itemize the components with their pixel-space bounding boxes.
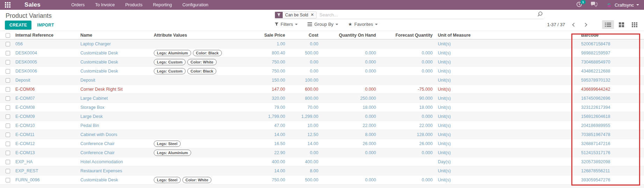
sale-price-cell: 750.00 — [264, 175, 286, 185]
search-input[interactable] — [319, 12, 537, 17]
name-cell: Storage Box — [80, 103, 154, 112]
pager-range: 1-37 / 37 — [547, 22, 565, 27]
barcode-cell: 204186989955 — [572, 121, 644, 130]
list-view-button[interactable] — [602, 20, 614, 29]
quantity-on-hand-cell: 0.000 — [319, 85, 377, 94]
pager-next-button[interactable] — [583, 23, 587, 27]
row-checkbox[interactable] — [6, 160, 10, 164]
menu-item-configuration[interactable]: Configuration — [182, 2, 208, 7]
app-name[interactable]: Sales — [24, 1, 41, 8]
pager-previous-button[interactable] — [572, 23, 576, 27]
column-header-forecast-quantity[interactable]: Forecast Quantity — [377, 31, 433, 39]
menu-item-orders[interactable]: Orders — [71, 2, 85, 7]
table-row[interactable]: E-COM07Large Cabinet320.00800.00250.0009… — [0, 94, 644, 103]
internal-reference-cell: E-COM13 — [15, 148, 80, 157]
quantity-on-hand-cell: 8.000 — [319, 130, 377, 139]
row-checkbox[interactable] — [6, 42, 10, 46]
menu-item-reporting[interactable]: Reporting — [153, 2, 172, 7]
column-header-name[interactable]: Name — [80, 31, 154, 39]
view-switcher — [602, 20, 641, 29]
name-cell: Deposit — [80, 76, 154, 85]
attribute-values-cell — [154, 130, 264, 139]
row-checkbox[interactable] — [6, 78, 10, 83]
favorites-dropdown[interactable]: ★ Favorites — [348, 22, 378, 27]
row-checkbox[interactable] — [6, 142, 10, 146]
row-checkbox[interactable] — [6, 114, 10, 119]
cost-cell: 800.00 — [286, 94, 319, 103]
attribute-values-cell: Legs: Aluminium — [154, 148, 264, 157]
table-row[interactable]: FURN_0096Customizable DeskLegs: SteelCol… — [0, 175, 644, 185]
apps-menu-icon[interactable] — [5, 2, 10, 8]
row-checkbox[interactable] — [6, 87, 10, 92]
select-all-checkbox[interactable] — [6, 33, 10, 38]
table-row[interactable]: DESK0006Customizable DeskLegs: CustomCol… — [0, 67, 644, 76]
column-header-barcode[interactable]: Barcode — [572, 31, 644, 39]
name-cell: Restaurant Expenses — [80, 166, 154, 175]
messages-icon[interactable] — [591, 1, 598, 8]
activities-icon[interactable]: 1 — [576, 1, 582, 9]
table-row[interactable]: 056Laptop Charger1.000.00Unit(s)52006715… — [0, 39, 644, 48]
barcode-cell: 326887147216 — [572, 139, 644, 148]
filters-dropdown[interactable]: Filters — [275, 22, 298, 27]
group-by-dropdown[interactable]: Group By — [307, 22, 338, 27]
cost-cell: 70.00 — [286, 103, 319, 112]
sale-price-cell: 750.00 — [264, 58, 286, 67]
user-menu[interactable]: S Craftsync — [606, 2, 639, 8]
table-row[interactable]: EXP_HAHotel Accommodation400.00400.00Day… — [0, 157, 644, 166]
column-header-internal-reference[interactable]: Internal Reference — [15, 31, 80, 39]
row-checkbox[interactable] — [6, 178, 10, 182]
row-checkbox[interactable] — [6, 151, 10, 155]
forecast-quantity-cell: 0.000 — [377, 67, 433, 76]
attribute-pill: Color: White — [182, 177, 211, 183]
quantity-on-hand-cell: 0.000 — [319, 112, 377, 121]
product-variants-table: Internal Reference Name Attribute Values… — [0, 31, 644, 188]
import-button[interactable]: IMPORT — [37, 23, 54, 28]
table-row[interactable]: DepositDeposit150.00100.00Unit(s)5953789… — [0, 76, 644, 85]
menu-item-to-invoice[interactable]: To Invoice — [95, 2, 115, 7]
cost-cell: 14.00 — [286, 139, 319, 148]
internal-reference-cell: FURN_0096 — [15, 175, 80, 185]
search-icon[interactable] — [537, 11, 543, 18]
row-checkbox[interactable] — [6, 96, 10, 101]
table-row[interactable]: E-COM08Storage Box79.0070.0018.00018.000… — [0, 103, 644, 112]
facet-remove-icon[interactable]: ✕ — [311, 13, 314, 17]
barcode-cell: 703851967478 — [572, 130, 644, 139]
row-checkbox[interactable] — [6, 133, 10, 137]
table-row[interactable]: EXP_RESTRestaurant Expenses14.008.00Unit… — [0, 166, 644, 175]
quantity-on-hand-cell: 0.000 — [319, 58, 377, 67]
sale-price-cell: 320.00 — [264, 94, 286, 103]
forecast-quantity-cell: 0.000 — [377, 148, 433, 157]
column-header-attribute-values[interactable]: Attribute Values — [154, 31, 264, 39]
row-checkbox[interactable] — [6, 169, 10, 173]
table-row[interactable]: E-COM12Conference ChairLegs: Steel16.501… — [0, 139, 644, 148]
table-row[interactable]: E-COM09Large Desk1,799.001,299.000.0000.… — [0, 112, 644, 121]
row-checkbox[interactable] — [6, 60, 10, 65]
column-header-sale-price[interactable]: Sale Price — [264, 31, 286, 39]
column-header-unit-of-measure[interactable]: Unit of Measure — [433, 31, 572, 39]
table-row[interactable]: E-COM06Corner Desk Right Sit147.00600.00… — [0, 85, 644, 94]
grid-view-button[interactable] — [629, 20, 641, 29]
table-row[interactable]: DESK0004Customizable DeskLegs: Aluminium… — [0, 48, 644, 58]
table-row[interactable]: E-COM10Pedal Bin47.0010.0022.00022.000Un… — [0, 121, 644, 130]
barcode-cell: 434862212688 — [572, 67, 644, 76]
quantity-on-hand-cell — [319, 76, 377, 85]
attribute-values-cell: Legs: Steel — [154, 139, 264, 148]
kanban-view-button[interactable] — [615, 20, 627, 29]
create-button[interactable]: CREATE — [5, 21, 31, 30]
column-header-cost[interactable]: Cost — [286, 31, 319, 39]
table-row[interactable]: E-COM11Cabinet with Doors14.0012.508.000… — [0, 130, 644, 139]
row-checkbox[interactable] — [6, 69, 10, 74]
column-header-quantity-on-hand[interactable]: Quantity On Hand — [319, 31, 377, 39]
menu-item-products[interactable]: Products — [125, 2, 142, 7]
row-checkbox[interactable] — [6, 123, 10, 128]
chevron-down-icon — [335, 24, 338, 25]
table-row[interactable]: DESK0005Customizable DeskLegs: CustomCol… — [0, 58, 644, 67]
table-row[interactable]: E-COM13Conference ChairLegs: Aluminium22… — [0, 148, 644, 157]
attribute-pill: Legs: Aluminium — [154, 50, 191, 56]
unit-of-measure-cell: Unit(s) — [433, 39, 572, 48]
forecast-quantity-cell: 22.000 — [377, 121, 433, 130]
row-checkbox[interactable] — [6, 105, 10, 110]
row-checkbox[interactable] — [6, 51, 10, 55]
activity-count-badge: 1 — [580, 0, 586, 4]
search-facet[interactable]: Can be Sold ✕ — [275, 12, 317, 18]
